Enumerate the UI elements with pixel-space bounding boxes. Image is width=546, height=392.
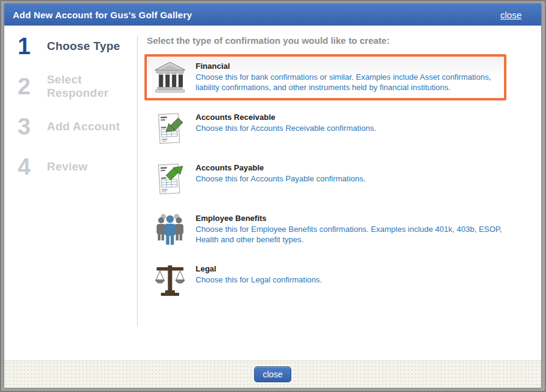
option-accounts-receivable[interactable]: Accounts Receivable Choose this for Acco… (147, 108, 509, 149)
step-label: Review (47, 160, 88, 173)
dialog-titlebar: Add New Account for Gus's Golf Gallery c… (4, 4, 541, 26)
option-description: Choose this for Accounts Payable confirm… (196, 173, 366, 184)
option-description: Choose this for Employee Benefits confir… (196, 224, 503, 245)
step-add-account: 3 Add Account (18, 114, 137, 139)
sidebar-divider (137, 37, 138, 326)
close-link[interactable]: close (500, 10, 533, 20)
bank-icon (153, 60, 187, 95)
scales-of-justice-icon (153, 262, 187, 298)
option-text: Accounts Payable Choose this for Account… (196, 161, 366, 184)
option-title: Accounts Receivable (196, 113, 376, 122)
option-accounts-payable[interactable]: Accounts Payable Choose this for Account… (147, 158, 509, 200)
option-legal[interactable]: Legal Choose this for Legal confirmation… (147, 259, 509, 301)
option-text: Financial Choose this for bank confirmat… (196, 60, 498, 93)
option-text: Legal Choose this for Legal confirmation… (196, 262, 322, 285)
invoice-outgoing-arrow-icon (153, 161, 187, 197)
option-description: Choose this for bank confirmations or si… (196, 72, 498, 93)
step-review: 4 Review (18, 155, 137, 179)
option-text: Accounts Receivable Choose this for Acco… (196, 111, 376, 133)
step-choose-type: 1 Choose Type (18, 34, 137, 58)
add-account-dialog: Add New Account for Gus's Golf Gallery c… (4, 4, 541, 388)
people-group-icon (153, 212, 187, 247)
close-button[interactable]: close (254, 366, 291, 382)
step-label: Choose Type (47, 40, 120, 53)
dialog-body: 1 Choose Type 2 Select Responder 3 Add A… (4, 26, 541, 360)
option-employee-benefits[interactable]: Employee Benefits Choose this for Employ… (147, 209, 509, 250)
option-title: Legal (196, 264, 322, 273)
option-title: Accounts Payable (196, 163, 366, 172)
invoice-incoming-arrow-icon (153, 111, 187, 146)
step-number: 4 (18, 155, 38, 178)
step-number: 1 (18, 35, 38, 58)
window-frame: Add New Account for Gus's Golf Gallery c… (0, 0, 546, 392)
option-title: Employee Benefits (196, 214, 503, 223)
wizard-steps-sidebar: 1 Choose Type 2 Select Responder 3 Add A… (4, 26, 137, 360)
option-description: Choose this for Legal confirmations. (196, 275, 322, 285)
step-number: 3 (18, 115, 38, 138)
confirmation-type-list: Select the type of confirmation you woul… (137, 26, 541, 360)
content-heading: Select the type of confirmation you woul… (147, 35, 526, 46)
option-financial[interactable]: Financial Choose this for bank confirmat… (144, 54, 506, 100)
step-label: Add Account (47, 120, 120, 133)
step-select-responder: 2 Select Responder (18, 74, 137, 99)
option-description: Choose this for Accounts Receivable conf… (196, 123, 376, 133)
option-text: Employee Benefits Choose this for Employ… (196, 212, 503, 245)
dialog-footer: close (4, 360, 541, 388)
dialog-title: Add New Account for Gus's Golf Gallery (13, 10, 192, 20)
step-label: Select Responder (47, 73, 137, 100)
option-title: Financial (196, 61, 498, 71)
step-number: 2 (18, 75, 38, 98)
